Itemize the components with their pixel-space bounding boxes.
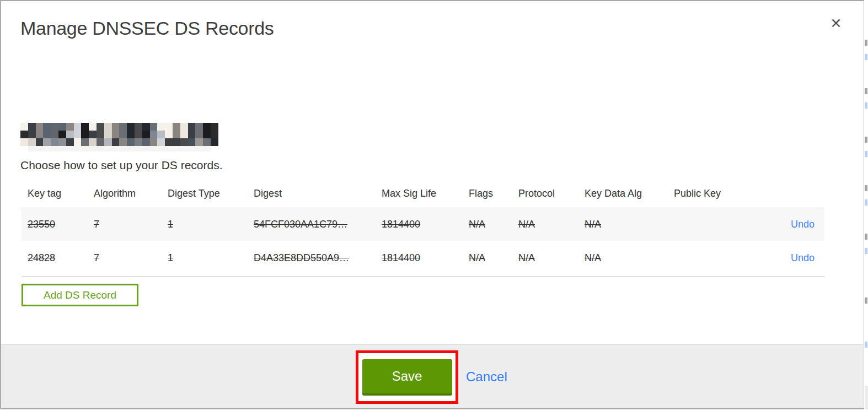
redaction-pixel	[173, 123, 180, 131]
background-text-fragment	[865, 234, 867, 240]
redaction-pixel	[51, 131, 58, 138]
redaction-pixel	[165, 123, 173, 131]
redaction-pixel	[188, 123, 196, 131]
redaction-pixel	[81, 138, 89, 146]
redaction-pixel	[74, 138, 82, 146]
redaction-pixel	[195, 123, 203, 131]
background-link-fragment	[865, 54, 867, 60]
redaction-pixel	[119, 131, 127, 138]
redaction-pixel	[51, 123, 58, 131]
redaction-pixel	[142, 123, 150, 131]
column-header-public-key: Public Key	[668, 183, 767, 208]
redaction-pixel	[150, 138, 158, 146]
redaction-pixel	[104, 138, 112, 146]
redaction-pixel	[58, 123, 66, 131]
background-link-fragment	[865, 342, 867, 348]
redaction-pixel	[142, 138, 150, 146]
redaction-pixel	[97, 138, 104, 146]
table-body: 235507154FCF030AA1C79…1814400N/AN/AN/AUn…	[22, 208, 824, 277]
close-icon[interactable]: ✕	[826, 13, 846, 33]
redaction-pixel	[74, 123, 82, 131]
add-ds-record-button[interactable]: Add DS Record	[22, 284, 138, 306]
ds-records-table-wrap: Key tagAlgorithmDigest TypeDigestMax Sig…	[22, 183, 824, 277]
cell-action: Undo	[767, 241, 824, 277]
cell-digest-type: 1	[162, 241, 248, 277]
save-button[interactable]: Save	[362, 359, 452, 396]
redaction-pixel	[89, 138, 97, 146]
redaction-pixel	[195, 131, 203, 138]
table-row: 235507154FCF030AA1C79…1814400N/AN/AN/AUn…	[22, 208, 824, 241]
cell-max-sig-life: 1814400	[376, 208, 463, 241]
cell-action: Undo	[767, 208, 824, 241]
background-link-fragment	[865, 102, 867, 109]
redaction-pixel	[135, 123, 142, 131]
redaction-pixel	[36, 131, 44, 138]
redaction-pixel	[97, 123, 104, 131]
background-text-fragment	[865, 40, 867, 46]
background-link-fragment	[865, 199, 867, 206]
redaction-pixel	[43, 138, 51, 146]
redaction-pixel	[20, 138, 28, 146]
redacted-domain-name	[20, 123, 218, 146]
cell-key-tag: 24828	[22, 241, 88, 277]
column-header-flags: Flags	[463, 183, 512, 208]
redaction-pixel	[127, 138, 135, 146]
redaction-pixel	[211, 138, 218, 146]
column-header-protocol: Protocol	[512, 183, 578, 208]
manage-dnssec-modal: Manage DNSSEC DS Records ✕ Choose how to…	[0, 0, 864, 409]
redaction-pixel	[43, 123, 51, 131]
redaction-pixel	[211, 131, 218, 138]
redaction-pixel	[97, 131, 104, 138]
redacted-domain-shadow	[28, 146, 211, 152]
redaction-pixel	[112, 131, 120, 138]
cell-algorithm: 7	[88, 208, 162, 241]
cell-protocol: N/A	[512, 208, 578, 241]
redaction-pixel	[150, 131, 158, 138]
background-text-fragment	[865, 298, 867, 304]
column-header-digest-type: Digest Type	[162, 183, 248, 208]
background-link-fragment	[865, 151, 867, 157]
redaction-pixel	[188, 138, 196, 146]
redaction-pixel	[20, 123, 28, 131]
table-row: 2482871D4A33E8DD550A9…1814400N/AN/AN/AUn…	[22, 241, 824, 277]
cell-digest: D4A33E8DD550A9…	[248, 241, 376, 277]
background-link-fragment	[865, 248, 867, 254]
redaction-pixel	[58, 138, 66, 146]
redaction-pixel	[66, 131, 74, 138]
red-highlight-annotation: Save	[356, 350, 458, 404]
column-header-key-data-alg: Key Data Alg	[578, 183, 668, 208]
redaction-pixel	[203, 138, 211, 146]
redaction-pixel	[142, 131, 150, 138]
cell-flags: N/A	[463, 208, 512, 241]
redaction-pixel	[203, 123, 211, 131]
page-title: Manage DNSSEC DS Records	[20, 18, 274, 39]
column-header-algorithm: Algorithm	[88, 183, 162, 208]
cell-algorithm: 7	[88, 241, 162, 277]
undo-link[interactable]: Undo	[791, 252, 815, 263]
ds-records-table: Key tagAlgorithmDigest TypeDigestMax Sig…	[22, 183, 824, 277]
redaction-pixel	[112, 138, 120, 146]
cell-key-data-alg: N/A	[578, 241, 668, 277]
cancel-link[interactable]: Cancel	[466, 369, 507, 385]
setup-instruction-text: Choose how to set up your DS records.	[20, 159, 223, 172]
redaction-pixel	[28, 138, 36, 146]
undo-link[interactable]: Undo	[791, 219, 815, 230]
redaction-pixel	[66, 138, 74, 146]
cell-protocol: N/A	[512, 241, 578, 277]
redaction-pixel	[28, 123, 36, 131]
modal-footer: Save Cancel	[1, 344, 863, 408]
redaction-pixel	[173, 138, 180, 146]
redaction-pixel	[157, 138, 165, 146]
column-header-max-sig-life: Max Sig Life	[376, 183, 463, 208]
redaction-pixel	[127, 131, 135, 138]
column-header-actions	[767, 183, 824, 208]
background-text-fragment	[865, 88, 867, 94]
cell-digest-type: 1	[162, 208, 248, 241]
redaction-pixel	[127, 123, 135, 131]
redaction-pixel	[43, 131, 51, 138]
redaction-pixel	[188, 131, 196, 138]
redaction-pixel	[195, 138, 203, 146]
redaction-pixel	[157, 123, 165, 131]
redaction-pixel	[150, 123, 158, 131]
redaction-pixel	[20, 131, 28, 138]
